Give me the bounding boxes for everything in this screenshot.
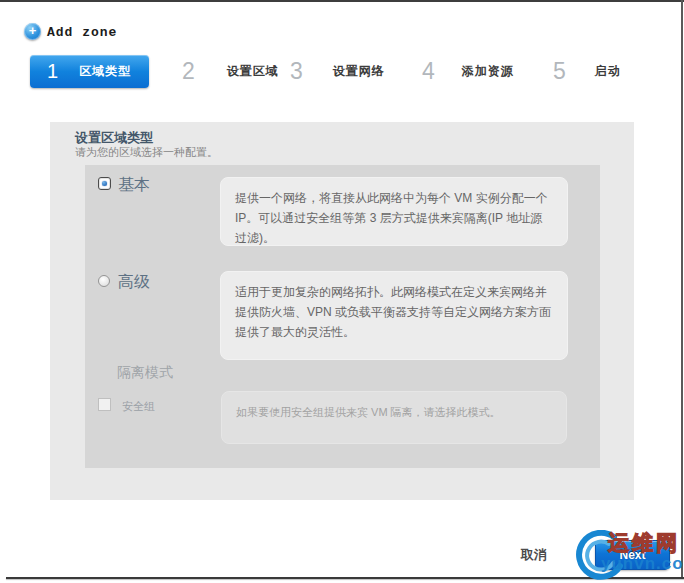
radio-advanced[interactable] [98,275,110,287]
step-label: 设置网络 [333,63,385,80]
security-groups-label: 安全组 [122,399,155,414]
add-zone-wizard-window: + Add zone 1 区域类型 2 设置区域 3 设置网络 4 添加资源 5… [0,0,684,583]
step-number: 3 [290,58,303,85]
step-number: 1 [47,60,58,83]
step-5-launch: 5 启动 [553,55,621,88]
step-label: 添加资源 [462,63,514,80]
step-1-zone-type[interactable]: 1 区域类型 [30,55,149,88]
panel-subtitle: 请为您的区域选择一种配置。 [75,145,218,160]
step-number: 2 [182,58,195,85]
radio-basic-label[interactable]: 基本 [118,175,150,196]
step-label: 设置区域 [227,63,279,80]
add-zone-plus-icon: + [24,23,41,40]
security-groups-checkbox[interactable] [98,398,111,411]
security-groups-description-box: 如果要使用安全组提供来宾 VM 隔离，请选择此模式。 [221,391,567,444]
wizard-title: Add zone [47,25,117,40]
step-label: 启动 [595,63,621,80]
radio-basic[interactable] [98,177,111,190]
step-number: 4 [422,58,435,85]
window-border-right [681,0,683,579]
window-border-top [0,0,684,2]
step-number: 5 [553,58,566,85]
step-2-setup-zone: 2 设置区域 [182,55,279,88]
step-3-setup-network: 3 设置网络 [290,55,385,88]
window-border-bottom [6,577,684,579]
zone-type-options-area: 基本 提供一个网络，将直接从此网络中为每个 VM 实例分配一个 IP。可以通过安… [85,165,600,468]
isolation-mode-heading: 隔离模式 [117,364,173,382]
step-label: 区域类型 [79,63,131,80]
cancel-button[interactable]: 取消 [521,546,547,564]
zone-type-panel: 设置区域类型 请为您的区域选择一种配置。 基本 提供一个网络，将直接从此网络中为… [50,122,634,500]
step-4-add-resources: 4 添加资源 [422,55,514,88]
basic-description-box: 提供一个网络，将直接从此网络中为每个 VM 实例分配一个 IP。可以通过安全组等… [220,177,568,246]
next-button[interactable]: Next [595,540,670,570]
advanced-description-box: 适用于更加复杂的网络拓扑。此网络模式在定义来宾网络并提供防火墙、VPN 或负载平… [220,271,568,360]
radio-advanced-label[interactable]: 高级 [118,272,150,293]
